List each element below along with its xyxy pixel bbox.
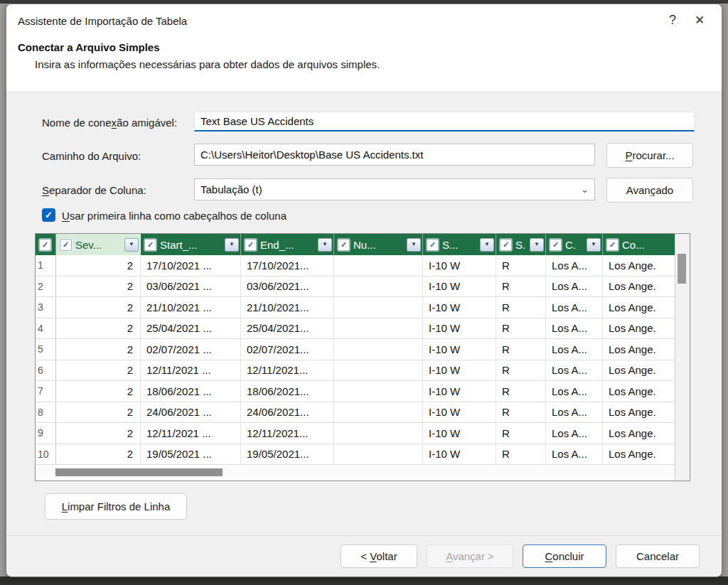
table-cell: 25/04/2021...: [241, 318, 334, 339]
table-cell: I-10 W: [423, 277, 496, 297]
table-cell: 12/11/2021...: [241, 360, 334, 381]
column-header-c[interactable]: ✓C.▼: [546, 234, 603, 255]
row-number: 9: [36, 423, 56, 444]
column-header-co[interactable]: ✓Co...: [603, 234, 675, 255]
table-cell: 24/06/2021 ...: [141, 402, 241, 423]
table-import-wizard-dialog: Assistente de Importação de Tabela ? ✕ C…: [6, 4, 722, 577]
column-checkbox-icon[interactable]: ✓: [427, 239, 439, 251]
browse-button[interactable]: Procurar...: [606, 143, 693, 168]
table-cell: 2: [56, 339, 141, 360]
table-cell: I-10 W: [423, 360, 496, 381]
close-icon[interactable]: ✕: [690, 13, 709, 28]
table-cell: [334, 381, 423, 402]
column-label: C.: [565, 239, 576, 251]
table-cell: Los Ange.: [603, 381, 675, 402]
file-path-input[interactable]: [194, 144, 595, 166]
table-cell: Los A...: [546, 423, 603, 444]
table-cell: 12/11/2021 ...: [141, 360, 241, 381]
horizontal-scrollbar-thumb[interactable]: [55, 468, 223, 476]
table-cell: 24/06/2021...: [241, 402, 334, 423]
table-cell: Los Ange.: [603, 297, 675, 318]
table-row: 5202/07/2021 ...02/07/2021...I-10 WRLos …: [36, 339, 675, 360]
data-preview-grid: ✓✓Sev...▼✓Start_...▼✓End_...▼✓Nu...▼✓S..…: [35, 233, 690, 481]
table-row: 9212/11/2021 ...12/11/2021...I-10 WRLos …: [36, 423, 675, 444]
row-number: 6: [36, 360, 56, 381]
table-cell: 2: [56, 297, 141, 318]
table-cell: [334, 318, 423, 339]
friendly-name-label: Nome de conexão amigável:: [42, 117, 177, 129]
table-cell: R: [496, 444, 546, 465]
table-row: 4225/04/2021 ...25/04/2021...I-10 WRLos …: [36, 318, 675, 340]
filter-dropdown-icon[interactable]: ▼: [225, 238, 239, 252]
column-checkbox-icon[interactable]: ✓: [60, 239, 72, 251]
table-row: 3221/10/2021 ...21/10/2021...I-10 WRLos …: [36, 297, 675, 318]
table-cell: 2: [56, 318, 141, 339]
horizontal-scrollbar[interactable]: [36, 467, 675, 478]
table-cell: R: [496, 277, 546, 297]
clear-row-filters-button[interactable]: Limpar Filtros de Linha: [45, 493, 187, 520]
back-button[interactable]: < Voltar: [341, 544, 417, 568]
column-checkbox-icon[interactable]: ✓: [338, 239, 350, 251]
cancel-button[interactable]: Cancelar: [616, 544, 700, 568]
table-cell: [334, 339, 423, 360]
column-header-select-all[interactable]: ✓: [36, 234, 56, 255]
column-checkbox-icon[interactable]: ✓: [245, 239, 257, 251]
column-label: Nu...: [353, 239, 376, 251]
column-header-s[interactable]: ✓S..▼: [496, 234, 546, 255]
table-cell: Los Ange.: [603, 360, 675, 381]
column-header-nu[interactable]: ✓Nu...▼: [334, 234, 423, 255]
row-number: 3: [36, 297, 56, 318]
column-label: S..: [515, 239, 526, 251]
table-cell: Los A...: [546, 255, 603, 276]
table-cell: 03/06/2021...: [241, 277, 334, 297]
filter-dropdown-icon[interactable]: ▼: [530, 238, 544, 252]
table-row: 1217/10/2021 ...17/10/2021...I-10 WRLos …: [36, 255, 675, 277]
column-checkbox-icon[interactable]: ✓: [550, 239, 562, 251]
table-cell: Los Ange.: [603, 277, 675, 297]
row-number: 5: [36, 339, 56, 360]
column-header-end[interactable]: ✓End_...▼: [241, 234, 334, 255]
file-path-label: Caminho do Arquivo:: [42, 150, 141, 162]
filter-dropdown-icon[interactable]: ▼: [124, 238, 139, 252]
table-cell: I-10 W: [423, 402, 496, 423]
vertical-scrollbar-thumb[interactable]: [678, 254, 686, 284]
column-checkbox-icon[interactable]: ✓: [144, 239, 156, 251]
vertical-scrollbar[interactable]: [675, 234, 690, 481]
filter-dropdown-icon[interactable]: ▼: [587, 238, 601, 252]
column-checkbox-icon[interactable]: ✓: [500, 239, 512, 251]
table-cell: [334, 423, 423, 444]
table-cell: 12/11/2021...: [241, 423, 334, 444]
friendly-name-input[interactable]: [194, 112, 695, 132]
table-cell: 2: [56, 402, 141, 423]
table-cell: [334, 297, 423, 318]
first-row-headers-checkbox[interactable]: ✓: [42, 208, 55, 222]
column-checkbox-icon[interactable]: ✓: [39, 239, 51, 251]
table-cell: Los Ange.: [603, 423, 675, 444]
column-header-start[interactable]: ✓Start_...▼: [141, 234, 241, 255]
filter-dropdown-icon[interactable]: ▼: [407, 238, 421, 252]
column-header-s[interactable]: ✓S...▼: [423, 234, 496, 255]
table-cell: 19/05/2021...: [241, 444, 334, 465]
separator-select[interactable]: Tabulação (t) ⌄: [194, 178, 595, 200]
row-number: 10: [36, 444, 56, 465]
table-cell: 18/06/2021 ...: [141, 381, 241, 402]
page-subtitle: Insira as informações necessárias para o…: [35, 58, 380, 70]
finish-button[interactable]: Concluir: [523, 544, 606, 568]
column-header-sev[interactable]: ✓Sev...▼: [56, 234, 141, 255]
first-row-headers-label: Usar primeira linha como cabeçalhos de c…: [62, 210, 287, 222]
table-cell: Los Ange.: [603, 339, 675, 360]
table-cell: R: [496, 423, 546, 444]
table-cell: 21/10/2021 ...: [141, 297, 241, 318]
filter-dropdown-icon[interactable]: ▼: [318, 238, 332, 252]
table-cell: R: [496, 318, 546, 339]
filter-dropdown-icon[interactable]: ▼: [480, 238, 494, 252]
help-icon[interactable]: ?: [664, 13, 681, 28]
table-cell: I-10 W: [423, 255, 496, 276]
table-cell: [334, 444, 423, 465]
table-cell: R: [496, 381, 546, 402]
table-cell: I-10 W: [423, 339, 496, 360]
advanced-button[interactable]: Avançado: [606, 178, 693, 203]
column-checkbox-icon[interactable]: ✓: [606, 239, 619, 251]
table-cell: Los A...: [546, 277, 603, 297]
table-cell: 25/04/2021 ...: [141, 318, 241, 339]
